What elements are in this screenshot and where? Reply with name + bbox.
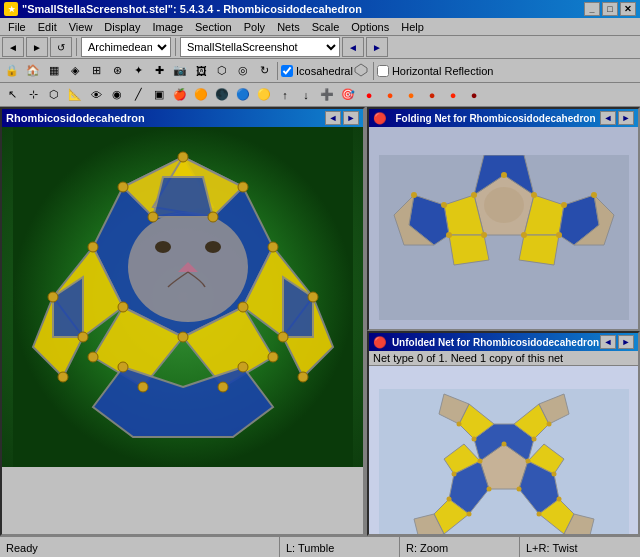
minimize-button[interactable]: _ bbox=[584, 2, 600, 16]
arrow-up-btn[interactable]: ↑ bbox=[275, 85, 295, 105]
svg-point-63 bbox=[411, 192, 417, 198]
unfolded-next[interactable]: ► bbox=[618, 335, 634, 349]
sphere-icon-btn[interactable]: ◎ bbox=[233, 61, 253, 81]
target-btn[interactable]: 🎯 bbox=[338, 85, 358, 105]
folding-net-icon: 🔴 bbox=[373, 112, 387, 125]
svg-point-81 bbox=[477, 459, 482, 464]
unfolded-net-title-text: Unfolded Net for Rhombicosidodecahedron bbox=[392, 337, 599, 348]
menu-view[interactable]: View bbox=[63, 19, 99, 35]
left-3d-panel: Rhombicosidodecahedron ◄ ► bbox=[0, 107, 365, 536]
edge-icon-btn[interactable]: ╱ bbox=[128, 85, 148, 105]
svg-point-14 bbox=[205, 241, 221, 253]
red4-btn[interactable]: ● bbox=[422, 85, 442, 105]
prev-model-button[interactable]: ◄ bbox=[342, 37, 364, 57]
grid2-icon-btn[interactable]: ⊞ bbox=[86, 61, 106, 81]
color5-icon-btn[interactable]: 🟡 bbox=[254, 85, 274, 105]
menu-display[interactable]: Display bbox=[98, 19, 146, 35]
svg-point-84 bbox=[531, 437, 536, 442]
select-icon-btn[interactable]: ⊹ bbox=[23, 85, 43, 105]
face-icon-btn[interactable]: ▣ bbox=[149, 85, 169, 105]
image-icon-btn[interactable]: 🖼 bbox=[191, 61, 211, 81]
forward-button[interactable]: ► bbox=[26, 37, 48, 57]
red2-btn[interactable]: ● bbox=[380, 85, 400, 105]
faces-icon-btn[interactable]: ◈ bbox=[65, 61, 85, 81]
icosahedral-checkbox-label[interactable]: Icosahedral bbox=[281, 65, 353, 77]
menu-section[interactable]: Section bbox=[189, 19, 238, 35]
unfolded-net-view[interactable] bbox=[369, 366, 638, 536]
ico-icon bbox=[354, 63, 370, 79]
status-ready: Ready bbox=[0, 537, 280, 557]
menu-poly[interactable]: Poly bbox=[238, 19, 271, 35]
unfolded-nav: ◄ ► bbox=[600, 335, 634, 349]
polyhedron-svg bbox=[13, 127, 353, 467]
svg-marker-46 bbox=[519, 235, 559, 265]
unfolded-prev[interactable]: ◄ bbox=[600, 335, 616, 349]
folding-net-title: 🔴 Folding Net for Rhombicosidodecahedron… bbox=[369, 109, 638, 127]
measure-icon-btn[interactable]: 📐 bbox=[65, 85, 85, 105]
svg-point-80 bbox=[525, 459, 530, 464]
star-icon-btn[interactable]: ✦ bbox=[128, 61, 148, 81]
color3-icon-btn[interactable]: 🌑 bbox=[212, 85, 232, 105]
svg-point-24 bbox=[238, 302, 248, 312]
menu-edit[interactable]: Edit bbox=[32, 19, 63, 35]
svg-point-35 bbox=[238, 362, 248, 372]
menu-scale[interactable]: Scale bbox=[306, 19, 346, 35]
symbol-icon-btn[interactable]: ⊛ bbox=[107, 61, 127, 81]
red1-btn[interactable]: ● bbox=[359, 85, 379, 105]
menu-nets[interactable]: Nets bbox=[271, 19, 306, 35]
svg-point-58 bbox=[521, 232, 527, 238]
svg-point-33 bbox=[268, 352, 278, 362]
home-icon-btn[interactable]: 🏠 bbox=[23, 61, 43, 81]
next-model-button[interactable]: ► bbox=[366, 37, 388, 57]
menu-file[interactable]: File bbox=[2, 19, 32, 35]
folding-next[interactable]: ► bbox=[618, 111, 634, 125]
arrow-down-btn[interactable]: ↓ bbox=[296, 85, 316, 105]
icon-toolbar-1: 🔒 🏠 ▦ ◈ ⊞ ⊛ ✦ ✚ 📷 🖼 ⬡ ◎ ↻ Icosahedral Ho… bbox=[0, 59, 640, 83]
red5-btn[interactable]: ● bbox=[443, 85, 463, 105]
refresh-button[interactable]: ↺ bbox=[50, 37, 72, 57]
horizontal-reflection-checkbox[interactable] bbox=[377, 65, 389, 77]
unfolded-net-icon: 🔴 bbox=[373, 336, 387, 349]
left-panel-title-text: Rhombicosidodecahedron bbox=[6, 112, 145, 124]
menu-help[interactable]: Help bbox=[395, 19, 430, 35]
svg-point-85 bbox=[471, 437, 476, 442]
color2-icon-btn[interactable]: 🟠 bbox=[191, 85, 211, 105]
svg-point-60 bbox=[556, 232, 562, 238]
color1-icon-btn[interactable]: 🍎 bbox=[170, 85, 190, 105]
rotate-icon-btn[interactable]: ↻ bbox=[254, 61, 274, 81]
texture-icon-btn[interactable]: ▦ bbox=[44, 61, 64, 81]
svg-point-27 bbox=[308, 292, 318, 302]
folding-prev[interactable]: ◄ bbox=[600, 111, 616, 125]
3d-viewport[interactable] bbox=[2, 127, 363, 467]
eye-icon-btn[interactable]: 👁 bbox=[86, 85, 106, 105]
color4-icon-btn[interactable]: 🔵 bbox=[233, 85, 253, 105]
menu-options[interactable]: Options bbox=[345, 19, 395, 35]
folding-net-view[interactable] bbox=[369, 127, 638, 331]
screenshot-select[interactable]: SmallStellaScreenshot bbox=[180, 37, 340, 57]
menu-image[interactable]: Image bbox=[146, 19, 189, 35]
folding-net-svg bbox=[379, 155, 629, 320]
add-btn[interactable]: ➕ bbox=[317, 85, 337, 105]
horizontal-reflection-label[interactable]: Horizontal Reflection bbox=[377, 65, 494, 77]
svg-point-90 bbox=[556, 497, 561, 502]
camera-icon-btn[interactable]: 📷 bbox=[170, 61, 190, 81]
lock-icon-btn[interactable]: 🔒 bbox=[2, 61, 22, 81]
red3-btn[interactable]: ● bbox=[401, 85, 421, 105]
window-title: "SmallStellaScreenshot.stel": 5.4.3.4 - … bbox=[22, 3, 362, 15]
cursor-icon-btn[interactable]: ↖ bbox=[2, 85, 22, 105]
unfolded-net-panel: 🔴 Unfolded Net for Rhombicosidodecahedro… bbox=[367, 331, 640, 536]
maximize-button[interactable]: □ bbox=[602, 2, 618, 16]
close-button[interactable]: ✕ bbox=[620, 2, 636, 16]
left-panel-prev[interactable]: ◄ bbox=[325, 111, 341, 125]
faces2-icon-btn[interactable]: ⬡ bbox=[44, 85, 64, 105]
node-icon-btn[interactable]: ◉ bbox=[107, 85, 127, 105]
icosahedral-checkbox[interactable] bbox=[281, 65, 293, 77]
left-panel-next[interactable]: ► bbox=[343, 111, 359, 125]
red6-btn[interactable]: ● bbox=[464, 85, 484, 105]
model-type-select[interactable]: Archimedean bbox=[81, 37, 171, 57]
svg-point-93 bbox=[466, 512, 471, 517]
view3d-icon-btn[interactable]: ⬡ bbox=[212, 61, 232, 81]
cross-icon-btn[interactable]: ✚ bbox=[149, 61, 169, 81]
status-twist: L+R: Twist bbox=[520, 537, 640, 557]
back-button[interactable]: ◄ bbox=[2, 37, 24, 57]
